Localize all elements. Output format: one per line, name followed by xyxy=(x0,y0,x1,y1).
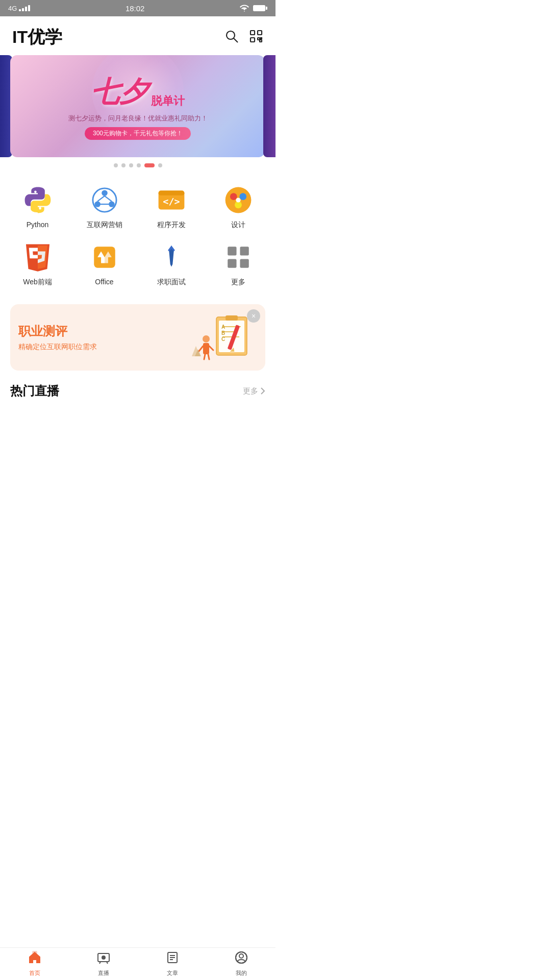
category-more[interactable]: 更多 xyxy=(205,235,271,292)
category-interview[interactable]: 求职面试 xyxy=(138,235,205,292)
svg-line-13 xyxy=(97,196,105,201)
dot-4[interactable] xyxy=(137,163,141,167)
category-code-label: 程序开发 xyxy=(157,220,186,230)
svg-rect-44 xyxy=(203,343,209,354)
code-icon-wrapper: </> xyxy=(156,185,187,215)
dot-1[interactable] xyxy=(114,163,118,167)
dot-6[interactable] xyxy=(158,163,162,167)
python-icon xyxy=(22,185,53,215)
svg-rect-6 xyxy=(261,38,262,39)
banner-title-sub: 脱单计 xyxy=(151,93,185,109)
app-header: IT优学 xyxy=(0,16,276,55)
category-marketing-label: 互联网营销 xyxy=(87,220,122,230)
banner-main[interactable]: 七夕 脱单计 测七夕运势，问月老良缘！优就业惠礼同助力！ 300元购物卡，千元礼… xyxy=(10,55,265,157)
banner-section[interactable]: 七夕 脱单计 测七夕运势，问月老良缘！优就业惠礼同助力！ 300元购物卡，千元礼… xyxy=(0,55,276,157)
hot-live-more-label: 更多 xyxy=(243,386,258,396)
svg-rect-7 xyxy=(260,40,262,42)
svg-line-47 xyxy=(204,354,205,359)
category-web[interactable]: Web前端 xyxy=(4,235,71,292)
office-icon xyxy=(89,242,120,273)
svg-line-46 xyxy=(209,346,213,350)
category-more-label: 更多 xyxy=(231,278,245,287)
svg-rect-28 xyxy=(228,247,236,255)
svg-point-19 xyxy=(230,193,237,200)
scan-button[interactable] xyxy=(249,29,263,45)
svg-line-1 xyxy=(234,38,238,42)
banner-side-right xyxy=(263,55,276,157)
status-right-icons xyxy=(240,5,267,12)
marketing-icon-wrapper xyxy=(89,185,120,215)
category-office-label: Office xyxy=(95,278,113,286)
svg-rect-30 xyxy=(228,259,236,267)
category-design-label: 设计 xyxy=(231,220,245,230)
category-office[interactable]: Office xyxy=(71,235,138,292)
status-bar: 4G 18:02 xyxy=(0,0,276,16)
svg-rect-31 xyxy=(240,259,248,267)
dot-5-active[interactable] xyxy=(144,163,155,167)
design-icon xyxy=(223,185,254,215)
promo-subtitle: 精确定位互联网职位需求 xyxy=(18,342,191,352)
promo-title: 职业测评 xyxy=(18,323,191,339)
html5-icon xyxy=(22,242,53,273)
signal-bars-icon xyxy=(19,5,30,11)
python-icon-wrapper xyxy=(22,185,53,215)
svg-rect-16 xyxy=(158,191,184,195)
chevron-right-icon xyxy=(260,387,265,395)
bottom-spacer xyxy=(0,405,276,446)
dot-2[interactable] xyxy=(121,163,126,167)
category-python[interactable]: Python xyxy=(4,178,71,235)
status-time: 18:02 xyxy=(126,4,145,13)
scan-icon xyxy=(249,29,263,43)
svg-rect-3 xyxy=(258,31,262,35)
hot-live-more-button[interactable]: 更多 xyxy=(243,386,265,396)
banner-title-main: 七夕 xyxy=(91,73,148,112)
promo-banner[interactable]: 职业测评 精确定位互联网职位需求 A B C xyxy=(10,304,265,371)
wifi-icon xyxy=(240,5,249,12)
svg-text:A: A xyxy=(221,324,225,330)
dot-3[interactable] xyxy=(129,163,133,167)
interview-icon xyxy=(156,242,187,273)
battery-icon xyxy=(253,5,267,11)
svg-rect-29 xyxy=(240,247,248,255)
svg-point-0 xyxy=(227,31,235,39)
app-title: IT优学 xyxy=(12,26,62,49)
banner-promo: 300元购物卡，千元礼包等你抢！ xyxy=(85,127,191,140)
svg-text:</>: </> xyxy=(163,196,180,207)
html5-icon-wrapper xyxy=(22,242,53,273)
search-icon xyxy=(224,29,239,43)
category-code[interactable]: </> 程序开发 xyxy=(138,178,205,235)
category-grid: Python 互联网营销 </> 程序开发 xyxy=(0,169,276,300)
category-web-label: Web前端 xyxy=(23,278,52,287)
header-action-icons xyxy=(224,29,263,45)
office-icon-wrapper xyxy=(89,242,120,273)
svg-point-9 xyxy=(102,190,108,196)
marketing-icon xyxy=(89,185,120,215)
hot-live-title: 热门直播 xyxy=(10,383,59,399)
svg-line-12 xyxy=(105,196,112,201)
more-grid-icon xyxy=(223,242,254,273)
svg-rect-34 xyxy=(226,315,238,321)
svg-rect-2 xyxy=(251,31,255,35)
category-interview-label: 求职面试 xyxy=(157,278,186,287)
interview-icon-wrapper xyxy=(156,242,187,273)
svg-line-45 xyxy=(199,346,203,351)
status-signal: 4G xyxy=(8,5,30,12)
svg-point-43 xyxy=(203,335,210,342)
banner-desc: 测七夕运势，问月老良缘！优就业惠礼同助力！ xyxy=(68,114,208,123)
search-button[interactable] xyxy=(224,29,239,45)
category-marketing[interactable]: 互联网营销 xyxy=(71,178,138,235)
promo-illustration: A B C xyxy=(191,314,257,360)
promo-text: 职业测评 精确定位互联网职位需求 xyxy=(18,323,191,352)
svg-line-48 xyxy=(208,354,209,359)
promo-close-button[interactable]: × xyxy=(247,309,260,323)
svg-point-20 xyxy=(239,193,246,200)
hot-live-section-header: 热门直播 更多 xyxy=(0,379,276,405)
more-icon-wrapper xyxy=(223,242,254,273)
svg-text:C: C xyxy=(221,336,225,342)
category-design[interactable]: 设计 xyxy=(205,178,271,235)
svg-text:B: B xyxy=(221,330,225,336)
category-python-label: Python xyxy=(27,220,49,229)
design-icon-wrapper xyxy=(223,185,254,215)
code-icon: </> xyxy=(156,185,187,215)
banner-content: 七夕 脱单计 测七夕运势，问月老良缘！优就业惠礼同助力！ 300元购物卡，千元礼… xyxy=(68,73,208,140)
